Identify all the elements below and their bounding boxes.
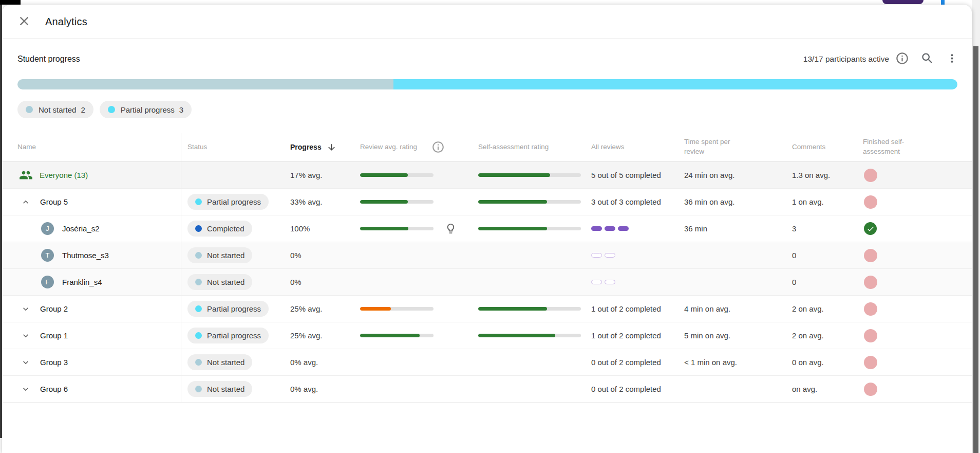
- table-row-group-2[interactable]: Group 2Partial progress25% avg.1 out of …: [2, 296, 972, 322]
- table-row-jos-ria-s2[interactable]: JJoséria_s2Completed100%36 min3: [2, 215, 972, 242]
- time-spent-cell: 36 min: [684, 215, 792, 242]
- status-label: Partial progress: [207, 197, 261, 206]
- people-icon: [19, 168, 33, 182]
- expand-group-button[interactable]: [21, 357, 31, 368]
- status-dot: [195, 279, 202, 285]
- comments-value: 3: [792, 224, 796, 233]
- self-assessment-cell: [478, 215, 591, 242]
- row-name: Thutmose_s3: [62, 251, 109, 260]
- self-assessment-cell: [478, 376, 591, 402]
- comments-cell: on avg.: [792, 376, 863, 402]
- not-finished-dot: [864, 276, 877, 289]
- progress-cell: 25% avg.: [290, 322, 360, 349]
- modal-title: Analytics: [45, 16, 87, 28]
- check-circle-icon: [864, 222, 877, 235]
- self-assessment-cell: [478, 242, 591, 268]
- comments-cell: 3: [792, 215, 863, 242]
- review-rating-cell: [360, 242, 478, 268]
- avatar: F: [41, 276, 54, 288]
- status-cell: Partial progress: [181, 189, 290, 215]
- finished-self-assessment-cell: [863, 296, 940, 322]
- participants-info-button[interactable]: [895, 51, 909, 67]
- info-icon[interactable]: [431, 140, 445, 154]
- comments-cell: 1.3 on avg.: [792, 162, 863, 188]
- expand-group-button[interactable]: [21, 331, 31, 341]
- row-name: Group 1: [40, 331, 68, 340]
- not-finished-dot: [864, 329, 877, 342]
- self-assessment-fill: [478, 227, 547, 230]
- status-dot: [195, 359, 202, 366]
- comments-value: 2 on avg.: [792, 331, 824, 340]
- column-header-progress[interactable]: Progress: [290, 133, 360, 161]
- table-row-group-1[interactable]: Group 1Partial progress25% avg.1 out of …: [2, 322, 972, 349]
- not-finished-dot: [864, 302, 877, 316]
- table-row-group-5[interactable]: Group 5Partial progress33% avg.3 out of …: [2, 189, 972, 215]
- table-row-franklin-s4[interactable]: FFranklin_s4Not started0%0: [2, 269, 972, 296]
- progress-cell: 33% avg.: [290, 189, 360, 215]
- finished-self-assessment-cell: [863, 376, 940, 402]
- all-reviews-cell: [591, 269, 684, 295]
- info-icon: [895, 51, 909, 67]
- column-header-label: Status: [187, 142, 207, 152]
- status-label: Completed: [207, 224, 244, 233]
- review-pill-pending: [591, 253, 602, 258]
- review-rating-fill: [360, 307, 391, 311]
- table-header-row: NameStatusProgressReview avg. ratingSelf…: [2, 133, 972, 162]
- progress-overview-bar: [17, 79, 957, 89]
- table-row-thutmose-s3[interactable]: TThutmose_s3Not started0%0: [2, 242, 972, 269]
- self-assessment-bar: [478, 200, 581, 204]
- review-rating-cell: [360, 376, 478, 402]
- self-assessment-fill: [478, 200, 547, 204]
- lightbulb-icon[interactable]: [445, 223, 457, 234]
- review-rating-cell: [360, 296, 478, 322]
- status-label: Partial progress: [207, 331, 261, 340]
- not-finished-dot: [864, 383, 877, 396]
- progress-value: 0%: [290, 278, 301, 286]
- time-spent-value: 36 min on avg.: [684, 197, 734, 206]
- table-row-everyone-13-[interactable]: Everyone (13)17% avg.5 out of 5 complete…: [2, 162, 972, 189]
- self-assessment-fill: [478, 334, 555, 337]
- finished-self-assessment-cell: [863, 189, 940, 215]
- legend-count: 2: [81, 105, 85, 114]
- status-badge: Not started: [187, 354, 252, 370]
- table-row-group-6[interactable]: Group 6Not started0% avg.0 out of 2 comp…: [2, 376, 972, 403]
- time-spent-cell: < 1 min on avg.: [684, 349, 792, 375]
- comments-value: on avg.: [792, 385, 817, 393]
- table-row-group-3[interactable]: Group 3Not started0% avg.0 out of 2 comp…: [2, 349, 972, 376]
- name-cell: JJoséria_s2: [17, 215, 181, 242]
- close-icon: [17, 14, 31, 30]
- comments-value: 2 on avg.: [792, 304, 824, 313]
- column-header-label: Review avg. rating: [360, 142, 417, 152]
- legend-dot: [108, 106, 115, 113]
- all-reviews-text: 5 out of 5 completed: [591, 171, 661, 179]
- status-badge: Not started: [187, 247, 252, 263]
- search-button[interactable]: [920, 51, 934, 67]
- overview-segment-not-started: [17, 79, 393, 89]
- close-button[interactable]: [16, 14, 32, 29]
- self-assessment-bar: [478, 334, 581, 337]
- all-reviews-cell: 0 out of 2 completed: [591, 376, 684, 402]
- status-dot: [195, 305, 202, 312]
- finished-self-assessment-cell: [863, 215, 940, 242]
- status-dot: [195, 225, 202, 232]
- review-rating-fill: [360, 227, 408, 230]
- comments-cell: 2 on avg.: [792, 322, 863, 349]
- expand-group-button[interactable]: [21, 384, 31, 394]
- legend-chip-partial-progress[interactable]: Partial progress3: [100, 101, 192, 118]
- more-options-button[interactable]: [946, 52, 958, 66]
- expand-group-button[interactable]: [21, 304, 31, 314]
- collapse-group-button[interactable]: [21, 197, 31, 207]
- name-cell: Group 6: [17, 376, 181, 402]
- name-cell: FFranklin_s4: [17, 269, 181, 295]
- row-name: Group 6: [40, 385, 68, 393]
- modal-header: Analytics: [2, 5, 972, 39]
- column-header-finished-self-assessment: Finished self-assessment: [863, 133, 940, 161]
- status-cell: Completed: [181, 215, 290, 242]
- legend-chip-not-started[interactable]: Not started2: [17, 101, 93, 118]
- scrollbar-thumb[interactable]: [973, 46, 978, 453]
- status-label: Not started: [207, 385, 244, 393]
- progress-cell: 0%: [290, 269, 360, 295]
- review-rating-bar: [360, 173, 434, 177]
- status-cell: Not started: [181, 349, 290, 375]
- status-badge: Not started: [187, 274, 252, 290]
